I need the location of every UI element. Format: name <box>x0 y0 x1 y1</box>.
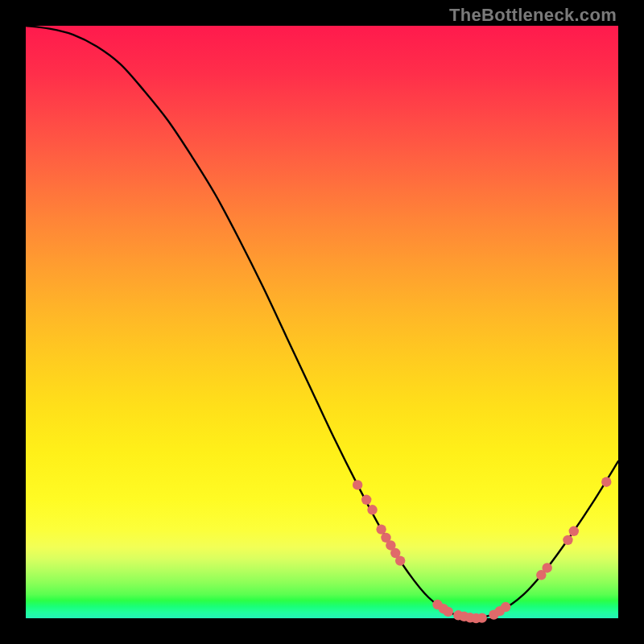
marker-dot <box>501 602 510 612</box>
marker-dot <box>542 563 551 572</box>
marker-dot <box>601 477 611 487</box>
marker-dot <box>361 495 371 505</box>
plot-area <box>26 26 618 618</box>
curve-svg <box>26 26 618 618</box>
marker-dot <box>569 526 579 536</box>
marker-dot <box>353 480 362 489</box>
marker-dot <box>395 555 405 565</box>
marker-dot <box>563 535 572 545</box>
marker-dot <box>367 505 377 514</box>
marker-dot <box>477 613 487 622</box>
bottleneck-curve <box>26 26 618 618</box>
marker-dot <box>444 607 453 617</box>
chart-stage: TheBottleneck.com <box>0 0 644 644</box>
watermark-text: TheBottleneck.com <box>449 5 617 26</box>
marker-group <box>353 477 612 624</box>
